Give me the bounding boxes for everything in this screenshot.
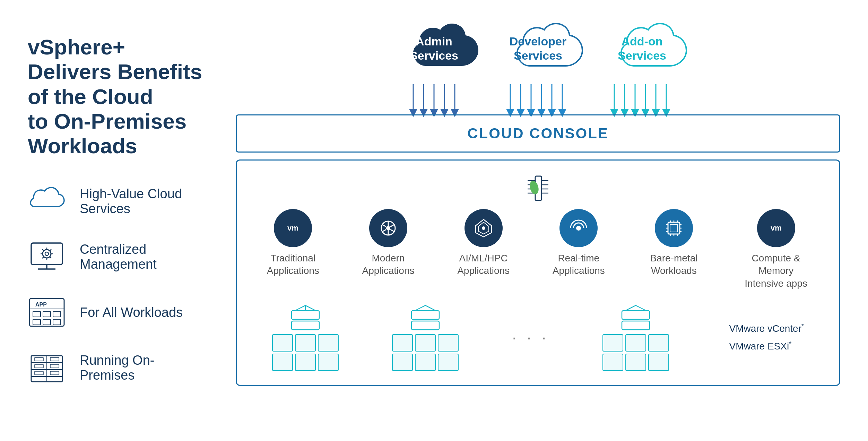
vm-cell bbox=[602, 354, 623, 371]
modern-icon bbox=[369, 209, 407, 247]
vm-cell bbox=[438, 334, 459, 352]
svg-point-62 bbox=[386, 226, 390, 230]
aiml-label: AI/ML/HPC Applications bbox=[457, 252, 510, 277]
vmware-labels: VMware vCenter* VMware ESXi* bbox=[729, 323, 804, 352]
svg-text:APP: APP bbox=[35, 302, 47, 308]
feature-cloud-label: High-Value Cloud Services bbox=[80, 187, 208, 216]
building-icon bbox=[28, 352, 66, 383]
svg-rect-92 bbox=[411, 321, 439, 330]
vm-cell bbox=[272, 354, 293, 371]
developer-cloud: Developer Services bbox=[489, 21, 587, 114]
feature-centralized: Centralized Management bbox=[28, 241, 208, 273]
vm-cell bbox=[415, 334, 436, 352]
svg-rect-93 bbox=[622, 311, 650, 319]
svg-rect-88 bbox=[292, 311, 319, 319]
vm-cell bbox=[318, 354, 339, 371]
svg-text:vm: vm bbox=[771, 224, 782, 232]
svg-rect-20 bbox=[43, 319, 51, 325]
vm-cell bbox=[438, 354, 459, 371]
vm-stack-modern bbox=[392, 304, 459, 371]
vm-cell bbox=[295, 354, 316, 371]
svg-rect-91 bbox=[411, 311, 439, 319]
vm-top-icon-2 bbox=[410, 304, 441, 331]
admin-cloud: Admin Services bbox=[385, 21, 483, 114]
esxi-label: VMware ESXi* bbox=[729, 340, 804, 352]
svg-line-68 bbox=[382, 230, 386, 232]
vm-cell bbox=[648, 334, 669, 352]
svg-rect-19 bbox=[33, 319, 41, 325]
vm-grid-1 bbox=[272, 334, 339, 371]
traditional-icon: vm bbox=[274, 209, 312, 247]
clouds-row: Admin Services bbox=[236, 21, 840, 114]
svg-line-66 bbox=[390, 230, 394, 232]
vsphere-icon bbox=[524, 174, 552, 202]
addon-cloud-shape: Add-on Services bbox=[593, 21, 691, 80]
right-panel: Admin Services bbox=[236, 21, 840, 386]
svg-rect-94 bbox=[622, 321, 650, 330]
admin-rain bbox=[403, 80, 465, 114]
feature-workloads: APP For All Workloads bbox=[28, 297, 208, 328]
monitor-gear-icon bbox=[28, 241, 66, 273]
cloud-console-box: CLOUD CONSOLE bbox=[236, 114, 840, 153]
realtime-icon bbox=[559, 209, 598, 247]
modern-label: Modern Applications bbox=[362, 252, 414, 277]
traditional-label: Traditional Applications bbox=[267, 252, 319, 277]
svg-rect-17 bbox=[43, 311, 51, 317]
bottom-vm-row: · · · bbox=[251, 304, 825, 371]
vm-top-icon bbox=[290, 304, 321, 331]
vcenter-label: VMware vCenter* bbox=[729, 323, 804, 334]
svg-text:vm: vm bbox=[287, 224, 298, 232]
svg-rect-0 bbox=[31, 243, 62, 265]
vm-cell bbox=[625, 334, 646, 352]
feature-cloud-services: High-Value Cloud Services bbox=[28, 186, 208, 217]
svg-line-12 bbox=[42, 257, 44, 258]
vm-cell bbox=[602, 334, 623, 352]
svg-rect-28 bbox=[50, 357, 59, 361]
compute-label: Compute & Memory Intensive apps bbox=[735, 252, 818, 290]
svg-rect-13 bbox=[29, 299, 64, 326]
svg-rect-89 bbox=[292, 321, 319, 330]
cloud-icon bbox=[28, 186, 66, 217]
svg-rect-31 bbox=[35, 371, 43, 375]
vm-grid-2 bbox=[392, 334, 459, 371]
svg-rect-27 bbox=[35, 357, 43, 361]
svg-line-67 bbox=[390, 225, 394, 227]
aiml-icon bbox=[465, 209, 503, 247]
svg-rect-30 bbox=[50, 364, 59, 368]
svg-line-9 bbox=[42, 249, 44, 251]
main-layout: vSphere+ Delivers Benefits of the Cloud … bbox=[28, 21, 840, 408]
svg-point-3 bbox=[43, 250, 51, 258]
svg-point-72 bbox=[576, 226, 581, 231]
workload-apps-row: vm Traditional Applications bbox=[251, 209, 825, 290]
developer-rain bbox=[503, 80, 573, 114]
ellipsis: · · · bbox=[512, 328, 549, 347]
vm-cell bbox=[415, 354, 436, 371]
vm-stack-realtime bbox=[602, 304, 669, 371]
admin-cloud-shape: Admin Services bbox=[385, 21, 483, 80]
realtime-label: Real-time Applications bbox=[553, 252, 605, 277]
workload-traditional: vm Traditional Applications bbox=[258, 209, 328, 277]
feature-workloads-label: For All Workloads bbox=[80, 305, 183, 320]
workload-aiml: AI/ML/HPC Applications bbox=[449, 209, 518, 277]
svg-line-11 bbox=[50, 249, 51, 251]
vm-cell bbox=[318, 334, 339, 352]
workload-baremetal: Bare-metal Workloads bbox=[639, 209, 709, 277]
vm-stack-traditional bbox=[272, 304, 339, 371]
vm-cell bbox=[272, 334, 293, 352]
svg-rect-29 bbox=[35, 364, 43, 368]
developer-cloud-shape: Developer Services bbox=[489, 21, 587, 80]
vm-cell bbox=[392, 334, 413, 352]
vm-cell bbox=[648, 354, 669, 371]
vm-grid-3 bbox=[602, 334, 669, 371]
svg-rect-16 bbox=[33, 311, 41, 317]
vm-top-icon-3 bbox=[620, 304, 651, 331]
vm-cell bbox=[295, 334, 316, 352]
feature-on-premises: Running On-Premises bbox=[28, 352, 208, 383]
baremetal-label: Bare-metal Workloads bbox=[650, 252, 697, 277]
left-panel: vSphere+ Delivers Benefits of the Cloud … bbox=[28, 21, 208, 408]
svg-rect-74 bbox=[670, 224, 678, 232]
baremetal-icon bbox=[655, 209, 693, 247]
workloads-box: vm Traditional Applications bbox=[236, 159, 840, 386]
svg-line-10 bbox=[50, 257, 51, 258]
addon-cloud: Add-on Services bbox=[593, 21, 691, 114]
